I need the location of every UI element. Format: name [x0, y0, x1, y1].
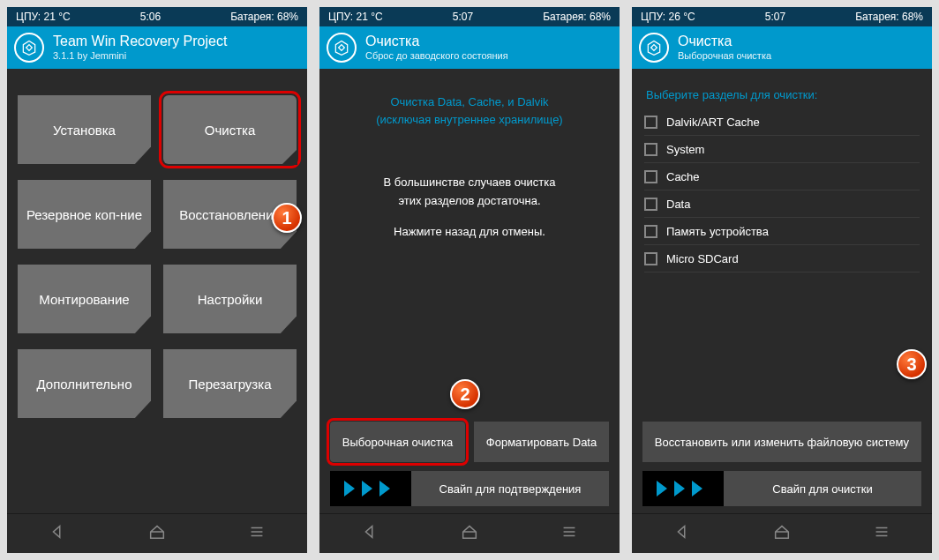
status-bar: ЦПУ: 26 °C 5:07 Батарея: 68% — [632, 7, 932, 26]
header-subtitle: 3.1.1 by Jemmini — [53, 50, 227, 62]
partition-sdcard[interactable]: Micro SDCard — [644, 245, 920, 273]
partition-cache[interactable]: Cache — [644, 163, 920, 190]
twrp-logo-icon — [639, 33, 669, 63]
status-cpu: ЦПУ: 26 °C — [641, 11, 695, 23]
swipe-handle-icon[interactable] — [330, 471, 411, 506]
header-subtitle: Сброс до заводского состояния — [365, 50, 508, 62]
back-icon[interactable] — [360, 522, 379, 545]
status-battery: Батарея: 68% — [855, 11, 923, 23]
tile-mount[interactable]: Монтирование — [18, 265, 151, 333]
partition-internal[interactable]: Память устройства — [644, 218, 920, 245]
twrp-logo-icon — [14, 33, 44, 63]
home-icon[interactable] — [460, 522, 479, 545]
menu-icon[interactable] — [560, 522, 579, 545]
info-line: этих разделов достаточна. — [342, 192, 597, 211]
swipe-confirm[interactable]: Свайп для подтверждения — [330, 471, 609, 506]
header-title: Team Win Recovery Project — [53, 34, 227, 49]
checkbox-icon[interactable] — [644, 252, 657, 265]
header-title: Очистка — [678, 34, 771, 49]
tile-wipe[interactable]: Очистка — [163, 95, 297, 164]
partition-data[interactable]: Data — [644, 190, 920, 218]
status-battery: Батарея: 68% — [543, 11, 611, 23]
app-header: Очистка Сброс до заводского состояния — [319, 26, 620, 69]
repair-filesystem-button[interactable]: Восстановить или изменить файловую систе… — [642, 422, 921, 462]
partition-dalvik[interactable]: Dalvik/ART Cache — [644, 108, 920, 136]
tile-settings[interactable]: Настройки — [163, 265, 297, 333]
tile-advanced[interactable]: Дополнительно — [18, 349, 151, 418]
tile-install[interactable]: Установка — [18, 95, 151, 164]
status-time: 5:07 — [765, 11, 785, 23]
annotation-badge-3: 3 — [897, 349, 927, 379]
swipe-wipe[interactable]: Свайп для очистки — [642, 471, 921, 506]
nav-bar — [319, 513, 620, 553]
tile-reboot[interactable]: Перезагрузка — [163, 349, 297, 418]
checkbox-icon[interactable] — [644, 170, 657, 183]
back-icon[interactable] — [48, 522, 67, 545]
header-subtitle: Выборочная очистка — [678, 50, 771, 62]
info-line: (исключая внутреннее хранилище) — [334, 111, 605, 129]
format-data-button[interactable]: Форматировать Data — [474, 422, 609, 462]
screen-wipe: ЦПУ: 21 °C 5:07 Батарея: 68% Очистка Сбр… — [319, 7, 620, 553]
swipe-label: Свайп для очистки — [724, 482, 921, 496]
screen-advanced-wipe: ЦПУ: 26 °C 5:07 Батарея: 68% Очистка Выб… — [632, 7, 932, 553]
menu-icon[interactable] — [872, 522, 891, 545]
nav-bar — [7, 513, 307, 553]
status-time: 5:06 — [140, 11, 161, 23]
checkbox-icon[interactable] — [644, 116, 657, 129]
status-cpu: ЦПУ: 21 °C — [16, 11, 71, 23]
tile-backup[interactable]: Резервное коп-ние — [18, 180, 151, 249]
advanced-wipe-button[interactable]: Выборочная очистка — [330, 422, 465, 462]
home-icon[interactable] — [147, 522, 167, 545]
annotation-badge-1: 1 — [272, 203, 302, 233]
checkbox-icon[interactable] — [644, 143, 657, 156]
twrp-logo-icon — [327, 33, 357, 63]
section-title: Выберите разделы для очистки: — [637, 76, 927, 108]
menu-icon[interactable] — [247, 522, 267, 545]
status-bar: ЦПУ: 21 °C 5:06 Батарея: 68% — [7, 7, 307, 26]
back-icon[interactable] — [672, 522, 692, 545]
status-time: 5:07 — [453, 11, 473, 23]
checkbox-icon[interactable] — [644, 198, 657, 211]
info-line: Нажмите назад для отмены. — [342, 223, 597, 242]
screen-main: ЦПУ: 21 °C 5:06 Батарея: 68% Team Win Re… — [7, 7, 307, 553]
home-icon[interactable] — [772, 522, 792, 545]
nav-bar — [632, 513, 932, 553]
info-line: Очистка Data, Cache, и Dalvik — [334, 93, 605, 111]
status-bar: ЦПУ: 21 °C 5:07 Батарея: 68% — [319, 7, 620, 26]
info-line: В большинстве случаев очистка — [342, 174, 597, 192]
checkbox-icon[interactable] — [644, 225, 657, 238]
status-battery: Батарея: 68% — [230, 11, 298, 23]
status-cpu: ЦПУ: 21 °C — [328, 11, 383, 23]
swipe-label: Свайп для подтверждения — [411, 482, 609, 496]
header-title: Очистка — [365, 34, 508, 49]
annotation-badge-2: 2 — [450, 379, 480, 409]
app-header: Очистка Выборочная очистка — [632, 26, 932, 69]
partition-system[interactable]: System — [644, 136, 920, 163]
swipe-handle-icon[interactable] — [642, 471, 724, 506]
app-header: Team Win Recovery Project 3.1.1 by Jemmi… — [7, 26, 307, 69]
